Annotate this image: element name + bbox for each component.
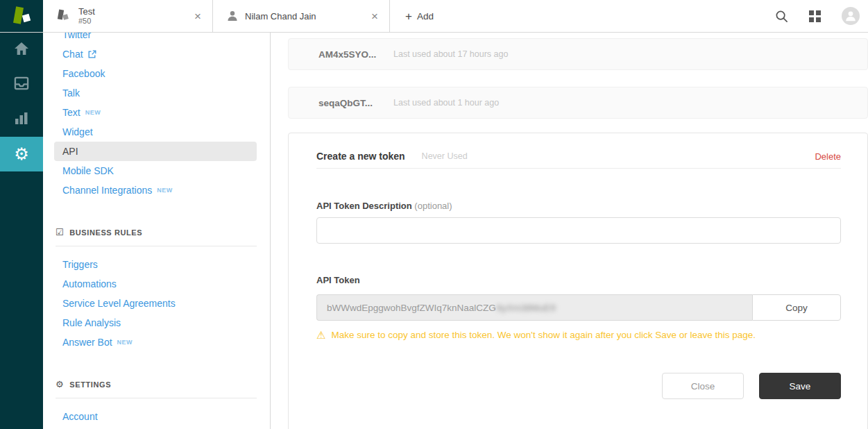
plus-icon: + bbox=[405, 10, 412, 22]
sidebar-item-chat[interactable]: Chat bbox=[54, 44, 257, 64]
settings-nav-list: Account bbox=[43, 407, 270, 426]
sidebar-item-mobile-sdk[interactable]: Mobile SDK bbox=[54, 161, 257, 180]
sidebar-item-twitter[interactable]: Twitter bbox=[54, 33, 257, 44]
api-token-label: API Token bbox=[316, 275, 867, 285]
divider bbox=[56, 246, 257, 246]
left-icon-rail: ⚙ bbox=[0, 0, 43, 429]
divider bbox=[316, 168, 841, 169]
tab-ticket-test[interactable]: Test #50 × bbox=[43, 0, 213, 32]
warning-triangle-icon: ⚠ bbox=[316, 330, 325, 340]
token-blurred-tail: 6yXm38MuE9 bbox=[497, 303, 556, 313]
search-icon[interactable] bbox=[775, 10, 788, 23]
rail-item-settings[interactable]: ⚙ bbox=[0, 137, 43, 171]
zendesk-logo bbox=[0, 0, 43, 32]
section-settings: ⚙ SETTINGS bbox=[56, 380, 257, 389]
token-row[interactable]: seqaQbGT... Last used about 1 hour ago bbox=[288, 87, 868, 119]
save-button[interactable]: Save bbox=[759, 373, 841, 399]
checkbox-check-icon: ☑ bbox=[56, 228, 64, 237]
token-row[interactable]: AM4x5SYO... Last used about 17 hours ago bbox=[288, 38, 868, 70]
add-tab-label: Add bbox=[417, 11, 434, 22]
api-token-value[interactable]: bWWwdEpggwohBvgfZWIq7knNaalCZG 6yXm38MuE… bbox=[316, 294, 752, 321]
tab-ticket-number: #50 bbox=[78, 17, 95, 26]
token-last-used: Last used about 1 hour ago bbox=[393, 98, 499, 108]
sidebar-item-widget[interactable]: Widget bbox=[54, 122, 257, 142]
optional-hint: (optional) bbox=[414, 201, 452, 211]
home-icon bbox=[14, 42, 29, 58]
api-token-field-group: bWWwdEpggwohBvgfZWIq7knNaalCZG 6yXm38MuE… bbox=[316, 294, 841, 321]
close-tab-icon[interactable]: × bbox=[371, 10, 378, 22]
divider bbox=[56, 398, 257, 398]
section-title: SETTINGS bbox=[69, 380, 111, 389]
api-tokens-panel: AM4x5SYO... Last used about 17 hours ago… bbox=[271, 33, 868, 429]
views-tray-icon bbox=[14, 76, 29, 93]
zendesk-logo-white-shape bbox=[22, 14, 31, 22]
token-name: AM4x5SYO... bbox=[318, 49, 381, 60]
sidebar-item-answer-bot[interactable]: Answer Bot NEW bbox=[54, 333, 257, 352]
tab-title: Nilam Chand Jain bbox=[245, 11, 316, 22]
rail-item-home[interactable] bbox=[0, 33, 43, 67]
ticket-icon bbox=[57, 8, 71, 24]
new-badge: NEW bbox=[117, 336, 133, 348]
section-business-rules: ☑ BUSINESS RULES bbox=[56, 228, 257, 237]
sidebar-item-account[interactable]: Account bbox=[54, 407, 257, 426]
token-last-used: Last used about 17 hours ago bbox=[393, 49, 508, 59]
rail-item-views[interactable] bbox=[0, 67, 43, 102]
channels-nav-list: Twitter Chat Facebook Talk Text NEW Widg… bbox=[43, 33, 270, 200]
sidebar-item-text[interactable]: Text NEW bbox=[54, 103, 257, 122]
sidebar-item-automations[interactable]: Automations bbox=[54, 274, 257, 294]
add-tab-button[interactable]: + Add bbox=[390, 0, 449, 32]
gear-icon: ⚙ bbox=[14, 146, 29, 162]
delete-token-link[interactable]: Delete bbox=[815, 151, 841, 162]
card-title: Create a new token bbox=[316, 151, 405, 162]
settings-sidebar: Twitter Chat Facebook Talk Text NEW Widg… bbox=[43, 33, 271, 429]
apps-grid-icon[interactable] bbox=[809, 10, 821, 22]
bar-chart-icon bbox=[15, 111, 28, 128]
sidebar-item-facebook[interactable]: Facebook bbox=[54, 64, 257, 83]
business-rules-nav-list: Triggers Automations Service Level Agree… bbox=[43, 255, 270, 352]
warning-text: Make sure to copy and store this token. … bbox=[331, 330, 756, 340]
section-title: BUSINESS RULES bbox=[69, 228, 142, 237]
tab-user-nilam-chand-jain[interactable]: Nilam Chand Jain × bbox=[213, 0, 390, 32]
token-status: Never Used bbox=[422, 151, 468, 161]
rail-item-reports[interactable] bbox=[0, 102, 43, 137]
description-label: API Token Description (optional) bbox=[316, 201, 867, 211]
external-link-icon bbox=[88, 50, 96, 58]
tab-title: Test bbox=[78, 6, 95, 17]
close-tab-icon[interactable]: × bbox=[194, 10, 201, 22]
gear-icon: ⚙ bbox=[56, 380, 64, 389]
new-badge: NEW bbox=[157, 184, 173, 196]
token-name: seqaQbGT... bbox=[318, 98, 381, 108]
top-bar: Test #50 × Nilam Chand Jain × + Add bbox=[0, 0, 868, 33]
create-token-card: Create a new token Never Used Delete API… bbox=[288, 133, 868, 429]
person-icon bbox=[227, 10, 238, 22]
sidebar-item-service-level-agreements[interactable]: Service Level Agreements bbox=[54, 294, 257, 313]
sidebar-item-channel-integrations[interactable]: Channel Integrations NEW bbox=[54, 180, 257, 200]
close-button[interactable]: Close bbox=[662, 373, 744, 399]
new-badge: NEW bbox=[85, 106, 101, 119]
sidebar-item-talk[interactable]: Talk bbox=[54, 83, 257, 103]
copy-button[interactable]: Copy bbox=[752, 294, 841, 321]
sidebar-item-triggers[interactable]: Triggers bbox=[54, 255, 257, 274]
sidebar-item-rule-analysis[interactable]: Rule Analysis bbox=[54, 313, 257, 333]
token-warning: ⚠ Make sure to copy and store this token… bbox=[316, 330, 858, 340]
sidebar-item-api[interactable]: API bbox=[54, 142, 257, 161]
description-input[interactable] bbox=[316, 217, 841, 244]
avatar[interactable] bbox=[842, 7, 860, 25]
